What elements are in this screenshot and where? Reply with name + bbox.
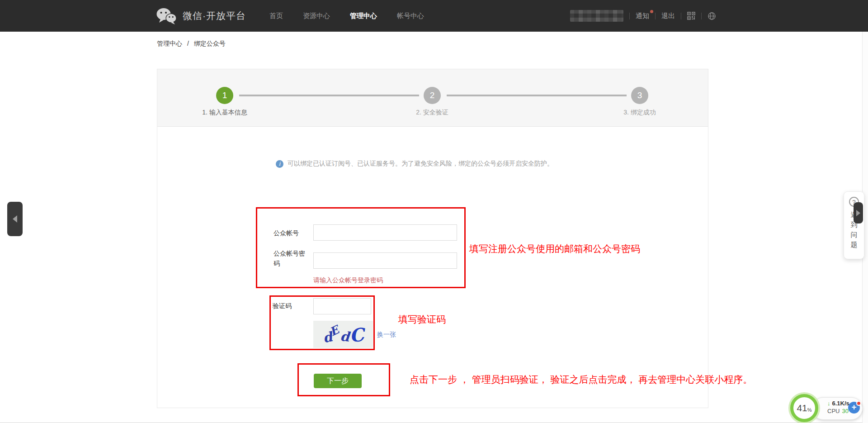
- step-3-circle: 3: [631, 87, 648, 104]
- brand-home-link[interactable]: 微信·开放平台: [156, 7, 246, 24]
- help-char: 问: [844, 230, 864, 240]
- info-notice-row: 可以绑定已认证订阅号、已认证服务号。为了避免安全风险，绑定的公众号必须开启安全防…: [276, 160, 553, 168]
- logout-link[interactable]: 退出: [661, 12, 675, 20]
- triangle-right-icon: [856, 210, 860, 216]
- step-3-label: 3. 绑定成功: [590, 109, 689, 117]
- step-connector-line: [447, 95, 627, 96]
- notifications-label: 通知: [636, 12, 649, 19]
- main-nav: 首页 资源中心 管理中心 帐号中心: [269, 12, 424, 20]
- cpu-label: CPU: [827, 408, 840, 414]
- plus-icon: +: [851, 402, 856, 412]
- captcha-refresh-link[interactable]: 换一张: [377, 331, 396, 339]
- notification-badge-dot: [650, 10, 653, 13]
- step-1-circle: 1: [216, 87, 233, 104]
- info-icon: [276, 160, 283, 168]
- help-feedback-tab[interactable]: ? 遇 到 问 题: [844, 191, 864, 259]
- nav-account-center[interactable]: 帐号中心: [397, 12, 424, 20]
- top-header: 微信·开放平台 首页 资源中心 管理中心 帐号中心 通知 退出: [0, 0, 868, 32]
- captcha-char: C: [349, 323, 365, 346]
- password-label: 公众帐号密码: [274, 248, 309, 268]
- nav-resource-center[interactable]: 资源中心: [303, 12, 330, 20]
- language-globe-icon[interactable]: [708, 12, 716, 20]
- header-divider: [629, 13, 630, 19]
- captcha-label: 验证码: [273, 301, 309, 311]
- header-divider: [655, 13, 656, 19]
- breadcrumb: 管理中心 / 绑定公众号: [157, 40, 226, 48]
- next-step-button[interactable]: 下一步: [314, 374, 362, 388]
- username-blurred[interactable]: [570, 10, 623, 22]
- step-2-circle: 2: [424, 87, 441, 104]
- alert-dot: [856, 401, 861, 406]
- accelerate-plus-button[interactable]: +: [848, 402, 860, 413]
- help-char: 题: [844, 240, 864, 250]
- triangle-left-icon: [13, 215, 17, 223]
- step-1-label: 1. 输入基本信息: [175, 109, 274, 117]
- account-label: 公众帐号: [274, 228, 310, 238]
- download-arrow-icon: ↓: [827, 400, 830, 407]
- header-right-cluster: 通知 退出: [570, 10, 716, 22]
- captcha-image[interactable]: d E d C: [313, 321, 373, 348]
- password-error-message: 请输入公众帐号登录密码: [313, 276, 383, 285]
- account-input[interactable]: [313, 224, 457, 241]
- memory-usage-gauge[interactable]: 41%: [790, 394, 818, 422]
- nav-home[interactable]: 首页: [269, 12, 283, 20]
- download-speed-value: 6.1K/s: [832, 400, 849, 407]
- breadcrumb-separator: /: [187, 40, 189, 47]
- wechat-logo-icon: [156, 7, 177, 24]
- brand-title: 微信·开放平台: [183, 10, 246, 22]
- wechat-open-platform-page: 微信·开放平台 首页 资源中心 管理中心 帐号中心 通知 退出: [0, 0, 868, 423]
- gauge-percent: 41: [797, 403, 807, 413]
- bind-official-account-panel: 1 2 3 1. 输入基本信息 2. 安全验证 3. 绑定成功 可以绑定已认证订…: [157, 69, 708, 408]
- breadcrumb-current: 绑定公众号: [194, 40, 226, 47]
- step-connector-line: [239, 95, 419, 96]
- collapse-help-tab-button[interactable]: [854, 202, 863, 223]
- notifications-link[interactable]: 通知: [636, 12, 649, 20]
- header-divider: [681, 13, 681, 19]
- step-2-label: 2. 安全验证: [382, 109, 482, 117]
- password-input[interactable]: [313, 252, 457, 269]
- captcha-input[interactable]: [313, 298, 371, 314]
- collapse-left-panel-button[interactable]: [7, 202, 23, 236]
- qr-code-icon[interactable]: [687, 12, 695, 20]
- gauge-percent-unit: %: [807, 407, 812, 413]
- stepper: 1 2 3 1. 输入基本信息 2. 安全验证 3. 绑定成功: [157, 69, 708, 127]
- header-divider: [701, 13, 702, 19]
- captcha-char: d: [340, 328, 350, 345]
- breadcrumb-management-center[interactable]: 管理中心: [157, 40, 182, 47]
- info-notice-text: 可以绑定已认证订阅号、已认证服务号。为了避免安全风险，绑定的公众号必须开启安全防…: [288, 160, 553, 168]
- nav-management-center[interactable]: 管理中心: [350, 12, 377, 20]
